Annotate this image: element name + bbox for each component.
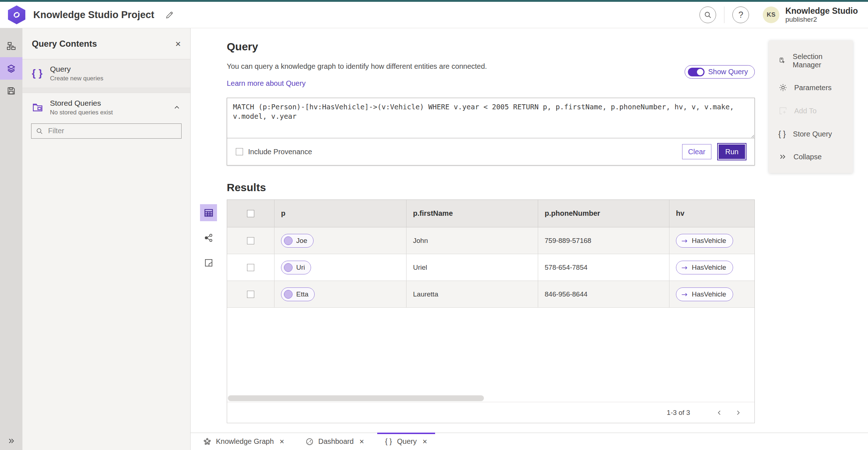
column-header-hv[interactable]: hv	[669, 200, 754, 227]
rail-item-data-model[interactable]	[0, 35, 22, 57]
results-title: Results	[227, 181, 755, 194]
user-name: publisher2	[785, 16, 858, 24]
entity-pill[interactable]: Uri	[281, 261, 311, 274]
cell-phonenumber: 846-956-8644	[545, 290, 587, 298]
filter-input[interactable]	[47, 126, 177, 135]
filter-field[interactable]	[31, 123, 182, 139]
page-title: Query	[227, 41, 755, 53]
cell-firstname: Lauretta	[413, 290, 438, 298]
table-header-row: p p.firstName p.phoneNumber hv	[227, 200, 754, 227]
row-checkbox[interactable]	[247, 237, 254, 244]
include-provenance-checkbox[interactable]	[236, 148, 243, 155]
previous-page-button[interactable]	[713, 407, 726, 419]
expand-rail-button[interactable]	[0, 437, 22, 445]
query-contents-panel: Query Contents × { } Query Create new qu…	[22, 28, 191, 450]
double-chevron-right-icon	[7, 437, 15, 445]
gear-icon	[778, 83, 788, 92]
tab-query[interactable]: { } Query ×	[377, 433, 435, 450]
view-tab-bar: Knowledge Graph × Dashboard × { } Query …	[191, 433, 868, 450]
show-query-toggle[interactable]: Show Query	[685, 65, 755, 79]
panel-title: Query Contents	[32, 39, 97, 49]
app-logo-icon[interactable]	[8, 5, 25, 24]
rail-item-queries[interactable]	[0, 57, 22, 80]
column-header-firstname[interactable]: p.firstName	[407, 200, 538, 227]
selection-manager-icon	[778, 56, 786, 66]
query-editor-card: MATCH (p:Person)-[hv:HasVehicle]->(v:Veh…	[227, 98, 755, 165]
close-tab-icon[interactable]: ×	[422, 437, 427, 446]
column-header-p[interactable]: p	[275, 200, 407, 227]
page-description: You can query a knowledge graph to ident…	[227, 62, 755, 71]
run-button[interactable]: Run	[718, 144, 746, 160]
entity-node-icon	[284, 290, 293, 299]
braces-icon: { }	[32, 68, 43, 79]
cell-phonenumber: 578-654-7854	[545, 264, 587, 272]
link-chart-view-button[interactable]	[200, 229, 217, 246]
learn-more-link[interactable]: Learn more about Query	[227, 79, 306, 88]
panel-header: Query Contents ×	[22, 28, 190, 59]
tab-knowledge-graph[interactable]: Knowledge Graph ×	[195, 433, 292, 450]
edit-project-title-icon[interactable]	[165, 10, 174, 20]
query-textarea[interactable]: MATCH (p:Person)-[hv:HasVehicle]->(v:Veh…	[227, 98, 754, 138]
close-panel-icon[interactable]: ×	[175, 39, 181, 49]
rail-item-saved[interactable]	[0, 80, 22, 102]
sidebar-item-query[interactable]: { } Query Create new queries	[22, 59, 190, 88]
project-title: Knowledge Studio Project	[33, 9, 154, 21]
top-bar-divider	[724, 7, 724, 23]
top-bar-actions: ? KS Knowledge Studio publisher2	[699, 6, 858, 24]
select-all-checkbox[interactable]	[247, 210, 254, 217]
add-to-icon	[778, 106, 788, 115]
help-button[interactable]: ?	[732, 7, 749, 23]
relationship-pill[interactable]: →HasVehicle	[676, 261, 733, 274]
sidebar-item-stored-queries[interactable]: Stored Queries No stored queries exist	[22, 93, 190, 122]
parameters-button[interactable]: Parameters	[769, 76, 853, 99]
pagination-bar: 1-3 of 3	[227, 402, 754, 423]
arrow-right-icon: →	[681, 263, 688, 272]
tab-dashboard[interactable]: Dashboard ×	[297, 433, 372, 450]
link-chart-icon	[204, 233, 213, 243]
relationship-pill[interactable]: →HasVehicle	[676, 234, 733, 248]
horizontal-scrollbar[interactable]	[227, 394, 754, 402]
store-query-button[interactable]: { } Store Query	[769, 122, 853, 146]
entity-pill[interactable]: Etta	[281, 287, 315, 301]
collapse-panel-button[interactable]: Collapse	[769, 146, 853, 168]
selection-manager-button[interactable]: Selection Manager	[769, 46, 853, 76]
entity-pill[interactable]: Joe	[281, 234, 314, 248]
cell-firstname: John	[413, 237, 428, 245]
query-tools-panel: Selection Manager Parameters Add To { } …	[769, 41, 853, 173]
results-view-switcher	[200, 199, 227, 423]
top-bar: Knowledge Studio Project ? KS Knowledge …	[0, 2, 868, 28]
chevron-left-icon	[716, 409, 723, 416]
map-icon	[204, 258, 213, 268]
collapse-section-icon[interactable]	[173, 104, 181, 112]
filter-search-icon	[36, 127, 43, 135]
question-icon: ?	[739, 10, 743, 20]
table-row[interactable]: Uri Uriel 578-654-7854 →HasVehicle	[227, 254, 754, 281]
scrollbar-thumb[interactable]	[228, 395, 484, 401]
search-button[interactable]	[699, 7, 716, 23]
row-checkbox[interactable]	[247, 264, 254, 271]
column-header-phonenumber[interactable]: p.phoneNumber	[538, 200, 669, 227]
query-item-subtitle: Create new queries	[50, 75, 103, 82]
table-row[interactable]: Etta Lauretta 846-956-8644 →HasVehicle	[227, 281, 754, 308]
next-page-button[interactable]	[732, 407, 744, 419]
close-tab-icon[interactable]: ×	[280, 437, 284, 446]
clear-button[interactable]: Clear	[682, 144, 712, 159]
stored-queries-title: Stored Queries	[50, 98, 113, 108]
close-tab-icon[interactable]: ×	[359, 437, 364, 446]
query-item-title: Query	[50, 64, 103, 73]
table-row[interactable]: Joe John 759-889-57168 →HasVehicle	[227, 227, 754, 254]
layers-icon	[6, 63, 16, 73]
row-checkbox[interactable]	[247, 291, 254, 298]
arrow-right-icon: →	[681, 290, 688, 299]
relationship-pill[interactable]: →HasVehicle	[676, 287, 733, 301]
dashboard-gauge-icon	[305, 437, 314, 446]
results-section: p p.firstName p.phoneNumber hv Joe John …	[200, 199, 755, 423]
double-chevron-right-icon	[778, 152, 787, 161]
entity-node-icon	[284, 263, 293, 272]
user-info[interactable]: Knowledge Studio publisher2	[785, 6, 858, 24]
table-view-button[interactable]	[200, 204, 217, 221]
avatar[interactable]: KS	[763, 7, 779, 23]
chevron-right-icon	[735, 409, 741, 416]
table-empty-area	[227, 308, 754, 394]
map-view-button[interactable]	[200, 254, 217, 271]
